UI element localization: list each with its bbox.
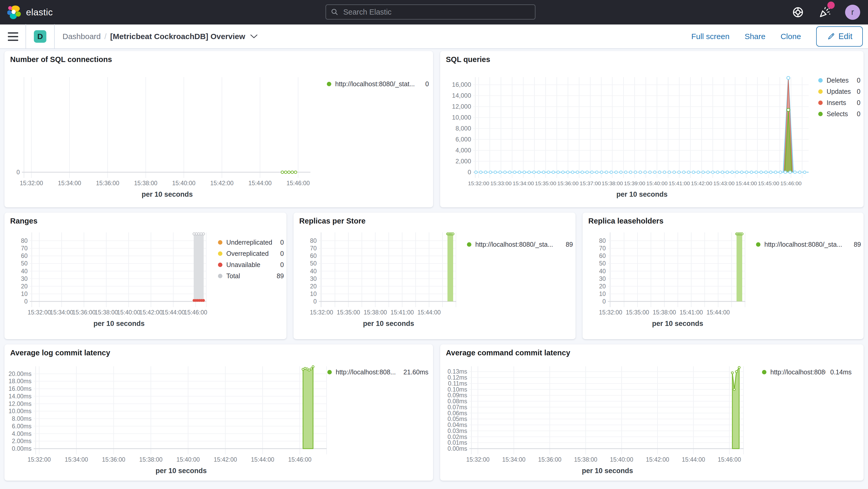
panel-title[interactable]: Number of SQL connections bbox=[10, 55, 112, 64]
edit-button[interactable]: Edit bbox=[816, 26, 863, 47]
svg-text:0.12ms: 0.12ms bbox=[448, 374, 467, 381]
svg-text:2.00ms: 2.00ms bbox=[12, 438, 32, 445]
share-button[interactable]: Share bbox=[745, 32, 765, 41]
legend-label: Selects bbox=[827, 110, 852, 118]
svg-text:0: 0 bbox=[602, 298, 606, 305]
chart-replicas-per-store[interactable]: 0102030405060708015:32:0015:35:0015:38:0… bbox=[293, 227, 476, 332]
panel-replicas-per-store: Replicas per Store 0102030405060708015:3… bbox=[293, 213, 576, 339]
panel-title[interactable]: SQL queries bbox=[446, 55, 490, 64]
svg-text:15:36:00: 15:36:00 bbox=[557, 180, 579, 186]
divider bbox=[26, 24, 26, 49]
legend-item[interactable]: http://localhost:808...21.60ms bbox=[328, 368, 428, 376]
legend-label: http://localhost:8080/_sta... bbox=[475, 241, 561, 248]
svg-text:0.00ms: 0.00ms bbox=[12, 445, 32, 452]
panel-title[interactable]: Replicas per Store bbox=[299, 217, 366, 225]
legend-swatch bbox=[762, 370, 767, 374]
chart-legend: http://localhost:8080/_sta...89 bbox=[756, 241, 861, 252]
avatar[interactable]: r bbox=[845, 5, 860, 20]
legend-item[interactable]: http://localhost:8080/_stat...0 bbox=[327, 80, 429, 88]
svg-text:15:43:00: 15:43:00 bbox=[713, 180, 735, 186]
help-button[interactable] bbox=[792, 6, 804, 18]
panel-title[interactable]: Average log commit latency bbox=[10, 348, 110, 357]
svg-text:30: 30 bbox=[599, 275, 606, 282]
svg-text:15:36:00: 15:36:00 bbox=[102, 456, 126, 463]
panel-sql-queries: SQL queries 02,0004,0006,0008,00010,0001… bbox=[440, 51, 864, 207]
help-icon bbox=[792, 6, 804, 18]
full-screen-button[interactable]: Full screen bbox=[691, 32, 730, 41]
legend-item[interactable]: Deletes0 bbox=[818, 77, 861, 84]
panel-replica-leaseholders: Replica leaseholders 0102030405060708015… bbox=[583, 213, 864, 339]
svg-text:15:34:00: 15:34:00 bbox=[50, 309, 73, 316]
clone-button[interactable]: Clone bbox=[780, 32, 801, 41]
elastic-brand[interactable]: elastic bbox=[7, 0, 53, 25]
legend-label: Underreplicated bbox=[226, 239, 276, 246]
legend-value: 0.14ms bbox=[830, 368, 851, 376]
svg-text:15:32:00: 15:32:00 bbox=[468, 180, 489, 186]
legend-label: http://localhost:8080/_sta... bbox=[764, 241, 849, 248]
svg-text:0.05ms: 0.05ms bbox=[448, 416, 467, 422]
title-menu-button[interactable] bbox=[250, 34, 258, 39]
legend-item[interactable]: Inserts0 bbox=[818, 99, 861, 106]
svg-text:50: 50 bbox=[21, 260, 28, 267]
legend-item[interactable]: Overreplicated0 bbox=[218, 250, 284, 257]
pencil-icon bbox=[827, 32, 835, 41]
svg-text:70: 70 bbox=[310, 245, 317, 252]
legend-item[interactable]: http://localhost:8080/_sta...89 bbox=[756, 241, 861, 248]
svg-text:30: 30 bbox=[310, 275, 317, 282]
svg-text:15:42:00: 15:42:00 bbox=[139, 309, 163, 316]
legend-swatch bbox=[218, 274, 222, 278]
svg-text:15:40:00: 15:40:00 bbox=[177, 456, 200, 463]
svg-text:80: 80 bbox=[310, 237, 317, 244]
menu-button[interactable] bbox=[8, 32, 18, 41]
whats-new-button[interactable] bbox=[818, 6, 831, 19]
svg-text:15:41:00: 15:41:00 bbox=[391, 309, 414, 316]
svg-text:15:38:00: 15:38:00 bbox=[653, 309, 676, 316]
legend-value: 89 bbox=[854, 241, 861, 248]
svg-text:15:46:00: 15:46:00 bbox=[184, 309, 207, 316]
chart-average-command-commit-latency[interactable]: 0.00ms0.01ms0.02ms0.03ms0.04ms0.05ms0.06… bbox=[440, 362, 750, 477]
breadcrumb-dashboard[interactable]: Dashboard bbox=[62, 32, 101, 41]
svg-text:10.00ms: 10.00ms bbox=[9, 408, 32, 415]
chart-average-log-commit-latency[interactable]: 0.00ms2.00ms4.00ms6.00ms8.00ms10.00ms12.… bbox=[4, 362, 331, 477]
svg-text:50: 50 bbox=[599, 260, 606, 267]
legend-swatch bbox=[327, 82, 331, 86]
svg-text:15:44:00: 15:44:00 bbox=[251, 456, 274, 463]
chart-replica-leaseholders[interactable]: 0102030405060708015:32:0015:35:0015:38:0… bbox=[583, 227, 765, 332]
panel-title[interactable]: Replica leaseholders bbox=[588, 217, 663, 225]
svg-text:15:46:00: 15:46:00 bbox=[780, 180, 802, 186]
svg-text:16,000: 16,000 bbox=[452, 81, 471, 88]
panel-title[interactable]: Average command commit latency bbox=[446, 348, 570, 357]
svg-text:per 10 seconds: per 10 seconds bbox=[652, 320, 704, 328]
legend-swatch bbox=[218, 251, 222, 256]
svg-text:0.03ms: 0.03ms bbox=[448, 428, 467, 434]
svg-text:15:36:00: 15:36:00 bbox=[96, 180, 119, 186]
legend-item[interactable]: Total89 bbox=[218, 272, 284, 280]
search-input[interactable] bbox=[343, 7, 530, 17]
legend-item[interactable]: Unavailable0 bbox=[218, 261, 284, 269]
legend-item[interactable]: Underreplicated0 bbox=[218, 239, 284, 246]
svg-text:15:32:00: 15:32:00 bbox=[28, 456, 51, 463]
global-search[interactable] bbox=[326, 4, 535, 20]
legend-item[interactable]: Updates0 bbox=[818, 88, 861, 95]
legend-item[interactable]: http://localhost:8080/_sta...89 bbox=[467, 241, 573, 248]
svg-text:15:40:00: 15:40:00 bbox=[172, 180, 195, 186]
chart-sql-queries[interactable]: 02,0004,0006,0008,00010,00012,00014,0001… bbox=[440, 72, 815, 206]
legend-swatch bbox=[818, 89, 823, 94]
svg-text:0.00ms: 0.00ms bbox=[448, 445, 467, 452]
svg-text:0.06ms: 0.06ms bbox=[448, 410, 467, 417]
legend-value: 0 bbox=[280, 261, 284, 269]
chart-number-of-sql-connections[interactable]: 015:32:0015:34:0015:36:0015:38:0015:40:0… bbox=[4, 72, 314, 206]
svg-text:16.00ms: 16.00ms bbox=[9, 385, 32, 392]
panel-title[interactable]: Ranges bbox=[10, 217, 37, 225]
svg-text:per 10 seconds: per 10 seconds bbox=[142, 190, 193, 198]
legend-item[interactable]: Selects0 bbox=[818, 110, 861, 118]
svg-text:15:42:00: 15:42:00 bbox=[210, 180, 234, 186]
legend-swatch bbox=[818, 112, 823, 116]
chart-ranges[interactable]: 0102030405060708015:32:0015:34:0015:36:0… bbox=[4, 227, 210, 332]
svg-text:40: 40 bbox=[310, 268, 317, 275]
legend-item[interactable]: http://localhost:8080...0.14ms bbox=[762, 368, 851, 376]
svg-text:0.07ms: 0.07ms bbox=[448, 404, 467, 410]
svg-text:10,000: 10,000 bbox=[452, 114, 471, 121]
svg-text:0.01ms: 0.01ms bbox=[448, 439, 467, 446]
chevron-down-icon bbox=[250, 34, 258, 39]
